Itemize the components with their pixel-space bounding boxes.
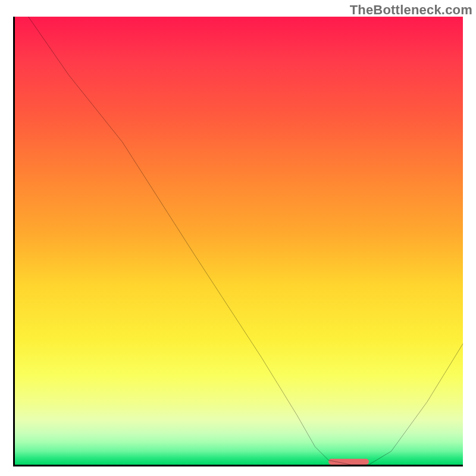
chart-container: TheBottleneck.com <box>0 0 476 476</box>
watermark-text: TheBottleneck.com <box>350 2 472 18</box>
plot-area <box>13 17 463 466</box>
bottleneck-curve <box>15 17 463 465</box>
curve-path <box>29 17 463 465</box>
